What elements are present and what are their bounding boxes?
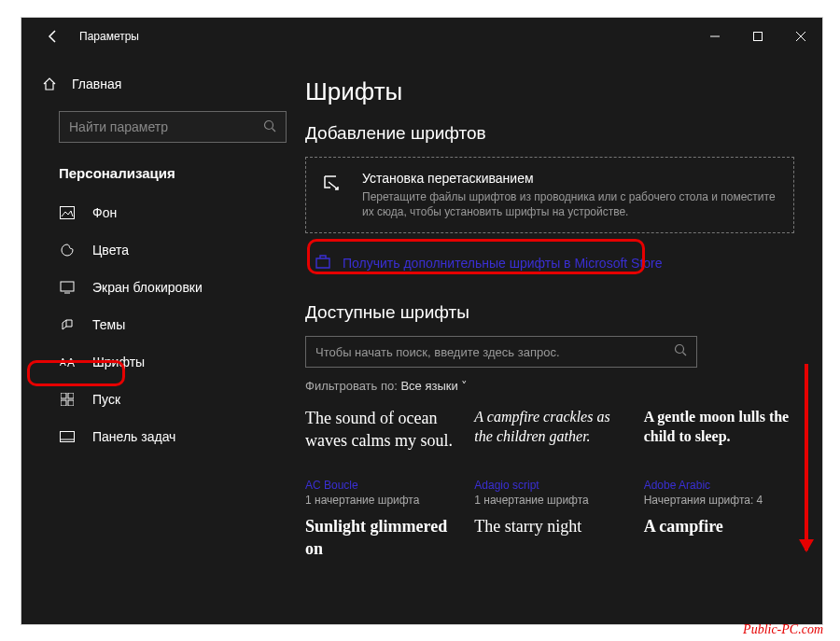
taskbar-icon bbox=[59, 431, 76, 442]
settings-search[interactable]: Найти параметр bbox=[59, 111, 287, 143]
nav-label: Панель задач bbox=[92, 429, 175, 444]
font-card[interactable]: A campfire bbox=[644, 516, 794, 581]
content-area: Шрифты Добавление шрифтов Установка пере… bbox=[301, 55, 822, 624]
watermark: Public-PC.com bbox=[743, 622, 823, 637]
font-card[interactable]: The starry night bbox=[474, 516, 624, 581]
sidebar-item-colors[interactable]: Цвета bbox=[21, 231, 301, 269]
font-filter[interactable]: Фильтровать по: Все языки ˅ bbox=[305, 379, 794, 393]
sidebar-item-lockscreen[interactable]: Экран блокировки bbox=[21, 269, 301, 306]
search-icon bbox=[263, 119, 276, 135]
settings-window: Параметры Главная Найти параметр bbox=[21, 17, 823, 625]
chevron-down-icon: ˅ bbox=[461, 379, 468, 393]
palette-icon bbox=[59, 243, 76, 258]
font-card[interactable]: A campfire crackles as the children gath… bbox=[474, 408, 624, 507]
svg-text:A: A bbox=[67, 356, 75, 369]
sidebar-item-fonts[interactable]: AA Шрифты bbox=[21, 343, 301, 381]
font-preview: A gentle moon lulls the child to sleep. bbox=[644, 408, 794, 473]
font-drop-zone[interactable]: Установка перетаскиванием Перетащите фай… bbox=[305, 157, 794, 233]
home-icon bbox=[42, 77, 57, 91]
font-preview: A campfire crackles as the children gath… bbox=[474, 408, 624, 473]
window-title: Параметры bbox=[79, 30, 693, 43]
svg-rect-13 bbox=[61, 432, 75, 442]
svg-line-3 bbox=[273, 128, 276, 132]
search-placeholder: Найти параметр bbox=[69, 119, 263, 134]
get-fonts-store-link[interactable]: Получить дополнительные шрифты в Microso… bbox=[305, 246, 794, 280]
font-name: AC Boucle bbox=[305, 479, 455, 492]
nav-label: Пуск bbox=[92, 392, 120, 407]
svg-rect-5 bbox=[61, 282, 74, 291]
sidebar: Главная Найти параметр Персонализация Фо… bbox=[21, 55, 301, 624]
svg-line-16 bbox=[683, 353, 687, 356]
search-icon bbox=[674, 343, 687, 360]
font-search-input[interactable]: Чтобы начать поиск, введите здесь запрос… bbox=[305, 336, 697, 368]
font-preview: The sound of ocean waves calms my soul. bbox=[305, 408, 455, 473]
minimize-button[interactable] bbox=[693, 18, 736, 55]
nav-label: Шрифты bbox=[92, 355, 145, 369]
svg-rect-12 bbox=[68, 400, 74, 406]
sidebar-item-background[interactable]: Фон bbox=[21, 194, 301, 231]
close-button[interactable] bbox=[779, 18, 822, 55]
sidebar-item-taskbar[interactable]: Панель задач bbox=[21, 418, 301, 455]
titlebar: Параметры bbox=[21, 18, 822, 55]
available-fonts-heading: Доступные шрифты bbox=[305, 302, 794, 323]
svg-rect-4 bbox=[61, 207, 75, 219]
font-grid: The sound of ocean waves calms my soul. … bbox=[305, 408, 794, 581]
font-card[interactable]: The sound of ocean waves calms my soul. … bbox=[305, 408, 455, 507]
store-link-text: Получить дополнительные шрифты в Microso… bbox=[343, 256, 663, 271]
svg-rect-9 bbox=[61, 393, 66, 398]
fonts-icon: AA bbox=[59, 355, 76, 369]
add-fonts-heading: Добавление шрифтов bbox=[305, 123, 794, 144]
font-name: Adobe Arabic bbox=[644, 479, 794, 492]
store-icon bbox=[315, 254, 331, 272]
svg-text:A: A bbox=[60, 357, 66, 368]
annotation-arrow-down bbox=[805, 364, 808, 550]
drag-drop-icon bbox=[321, 171, 345, 201]
start-icon bbox=[59, 393, 76, 406]
picture-icon bbox=[59, 206, 76, 219]
font-preview: The starry night bbox=[474, 516, 624, 581]
svg-rect-10 bbox=[68, 393, 74, 398]
font-face-count: Начертания шрифта: 4 bbox=[644, 494, 794, 507]
font-preview: Sunlight glimmered on bbox=[305, 516, 455, 581]
lock-screen-icon bbox=[59, 281, 76, 294]
filter-label: Фильтровать по: bbox=[305, 379, 398, 393]
drop-title: Установка перетаскиванием bbox=[362, 171, 778, 186]
svg-rect-11 bbox=[61, 400, 66, 406]
sidebar-item-start[interactable]: Пуск bbox=[21, 381, 301, 418]
nav-label: Фон bbox=[92, 205, 117, 220]
nav-label: Цвета bbox=[92, 243, 129, 258]
drop-text: Установка перетаскиванием Перетащите фай… bbox=[362, 171, 778, 219]
font-search-placeholder: Чтобы начать поиск, введите здесь запрос… bbox=[315, 345, 674, 359]
font-card[interactable]: Sunlight glimmered on bbox=[305, 516, 455, 581]
font-preview: A campfire bbox=[644, 516, 794, 581]
sidebar-category: Персонализация bbox=[21, 160, 301, 194]
svg-rect-1 bbox=[754, 33, 763, 41]
body: Главная Найти параметр Персонализация Фо… bbox=[21, 55, 822, 624]
themes-icon bbox=[59, 317, 76, 332]
nav-label: Экран блокировки bbox=[92, 280, 203, 295]
svg-point-2 bbox=[265, 120, 273, 129]
filter-value: Все языки bbox=[400, 379, 457, 393]
sidebar-home[interactable]: Главная bbox=[21, 66, 301, 102]
maximize-button[interactable] bbox=[736, 18, 779, 55]
nav-label: Темы bbox=[92, 317, 125, 332]
window-controls bbox=[693, 18, 822, 55]
back-button[interactable] bbox=[38, 21, 68, 51]
font-face-count: 1 начертание шрифта bbox=[474, 494, 624, 507]
drop-desc: Перетащите файлы шрифтов из проводника и… bbox=[362, 189, 778, 219]
font-face-count: 1 начертание шрифта bbox=[305, 494, 455, 507]
sidebar-home-label: Главная bbox=[72, 77, 121, 91]
svg-point-15 bbox=[676, 345, 684, 354]
font-card[interactable]: A gentle moon lulls the child to sleep. … bbox=[644, 408, 794, 507]
page-title: Шрифты bbox=[305, 77, 794, 106]
sidebar-item-themes[interactable]: Темы bbox=[21, 306, 301, 343]
font-name: Adagio script bbox=[474, 479, 624, 492]
